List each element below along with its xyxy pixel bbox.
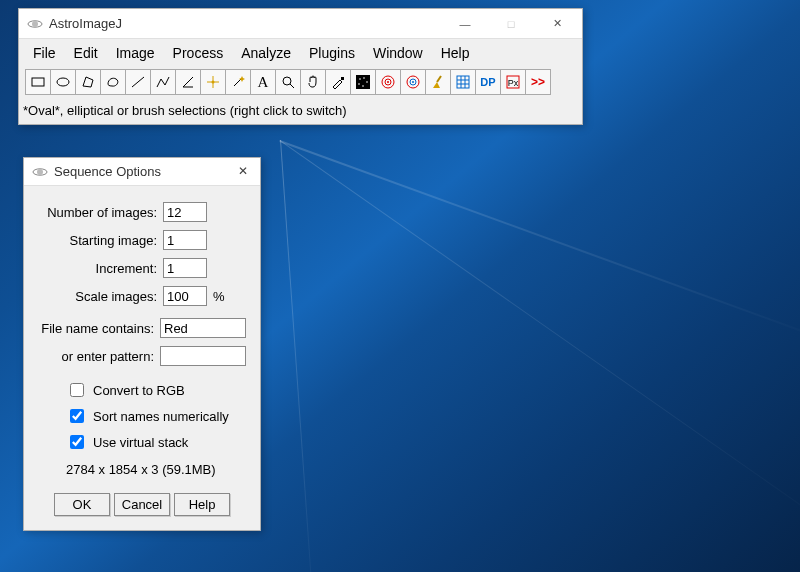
status-line: *Oval*, elliptical or brush selections (… [19, 99, 582, 124]
svg-point-17 [358, 83, 360, 85]
ok-button[interactable]: OK [54, 493, 110, 516]
minimize-button[interactable]: — [442, 9, 488, 39]
maximize-button[interactable]: □ [488, 9, 534, 39]
tool-broom[interactable] [425, 69, 451, 95]
svg-point-15 [363, 77, 365, 79]
tool-annulus-blue[interactable] [400, 69, 426, 95]
scale-input[interactable] [163, 286, 207, 306]
dialog-titlebar: Sequence Options ✕ [24, 158, 260, 186]
starting-image-input[interactable] [163, 230, 207, 250]
contains-label: File name contains: [38, 321, 160, 336]
sort-names-label: Sort names numerically [93, 409, 229, 424]
svg-rect-13 [356, 75, 370, 89]
svg-point-18 [362, 85, 364, 87]
svg-rect-26 [457, 76, 469, 88]
sort-names-checkbox[interactable] [70, 409, 84, 423]
tool-dp[interactable]: DP [475, 69, 501, 95]
tool-magnifier[interactable] [275, 69, 301, 95]
svg-line-5 [132, 77, 144, 87]
menu-process[interactable]: Process [165, 43, 232, 63]
menu-image[interactable]: Image [108, 43, 163, 63]
menu-edit[interactable]: Edit [66, 43, 106, 63]
tool-px[interactable]: Px [500, 69, 526, 95]
svg-line-11 [290, 84, 294, 88]
increment-label: Increment: [38, 261, 163, 276]
help-button[interactable]: Help [174, 493, 230, 516]
tool-more[interactable]: >> [525, 69, 551, 95]
tool-color-picker[interactable] [325, 69, 351, 95]
convert-rgb-checkbox[interactable] [70, 383, 84, 397]
svg-point-24 [412, 81, 414, 83]
svg-point-16 [366, 81, 368, 83]
svg-text:Px: Px [508, 78, 519, 88]
tool-freehand-select[interactable] [100, 69, 126, 95]
tool-oval-select[interactable] [50, 69, 76, 95]
menu-plugins[interactable]: Plugins [301, 43, 363, 63]
virtual-stack-label: Use virtual stack [93, 435, 188, 450]
num-images-input[interactable] [163, 202, 207, 222]
tool-lut[interactable] [350, 69, 376, 95]
main-window: AstroImageJ — □ ✕ File Edit Image Proces… [18, 8, 583, 125]
sequence-options-dialog: Sequence Options ✕ Number of images: Sta… [23, 157, 261, 531]
convert-rgb-row[interactable]: Convert to RGB [66, 380, 246, 400]
virtual-stack-checkbox[interactable] [70, 435, 84, 449]
menu-analyze[interactable]: Analyze [233, 43, 299, 63]
tool-astrometry-grid[interactable] [450, 69, 476, 95]
main-title: AstroImageJ [49, 16, 442, 31]
svg-line-25 [437, 76, 441, 82]
menu-help[interactable]: Help [433, 43, 478, 63]
sort-names-row[interactable]: Sort names numerically [66, 406, 246, 426]
tool-wand[interactable] [225, 69, 251, 95]
memory-info: 2784 x 1854 x 3 (59.1MB) [66, 462, 246, 477]
svg-rect-2 [32, 78, 44, 86]
toolbar: A DP Px >> [19, 67, 582, 99]
pattern-input[interactable] [160, 346, 246, 366]
convert-rgb-label: Convert to RGB [93, 383, 185, 398]
menu-window[interactable]: Window [365, 43, 431, 63]
tool-point[interactable] [200, 69, 226, 95]
scale-label: Scale images: [38, 289, 163, 304]
app-icon [27, 16, 43, 32]
contains-input[interactable] [160, 318, 246, 338]
tool-line[interactable] [125, 69, 151, 95]
increment-input[interactable] [163, 258, 207, 278]
pattern-label: or enter pattern: [38, 349, 160, 364]
close-button[interactable]: ✕ [534, 9, 580, 39]
svg-point-34 [37, 169, 43, 175]
tool-hand[interactable] [300, 69, 326, 95]
dialog-title: Sequence Options [54, 164, 228, 179]
virtual-stack-row[interactable]: Use virtual stack [66, 432, 246, 452]
cancel-button[interactable]: Cancel [114, 493, 170, 516]
svg-marker-4 [83, 77, 93, 87]
tool-polygon-select[interactable] [75, 69, 101, 95]
svg-point-14 [359, 78, 361, 80]
svg-point-21 [387, 81, 389, 83]
svg-point-8 [212, 81, 215, 84]
dialog-close-button[interactable]: ✕ [228, 158, 258, 186]
svg-point-10 [283, 77, 291, 85]
tool-rect-select[interactable] [25, 69, 51, 95]
svg-point-3 [57, 78, 69, 86]
dialog-icon [32, 164, 48, 180]
num-images-label: Number of images: [38, 205, 163, 220]
scale-unit: % [213, 289, 225, 304]
menu-bar: File Edit Image Process Analyze Plugins … [19, 39, 582, 67]
menu-file[interactable]: File [25, 43, 64, 63]
starting-image-label: Starting image: [38, 233, 163, 248]
tool-text[interactable]: A [250, 69, 276, 95]
tool-segmented-line[interactable] [150, 69, 176, 95]
main-titlebar: AstroImageJ — □ ✕ [19, 9, 582, 39]
svg-point-1 [32, 21, 38, 27]
tool-angle[interactable] [175, 69, 201, 95]
tool-annulus-red[interactable] [375, 69, 401, 95]
svg-rect-12 [341, 77, 344, 80]
